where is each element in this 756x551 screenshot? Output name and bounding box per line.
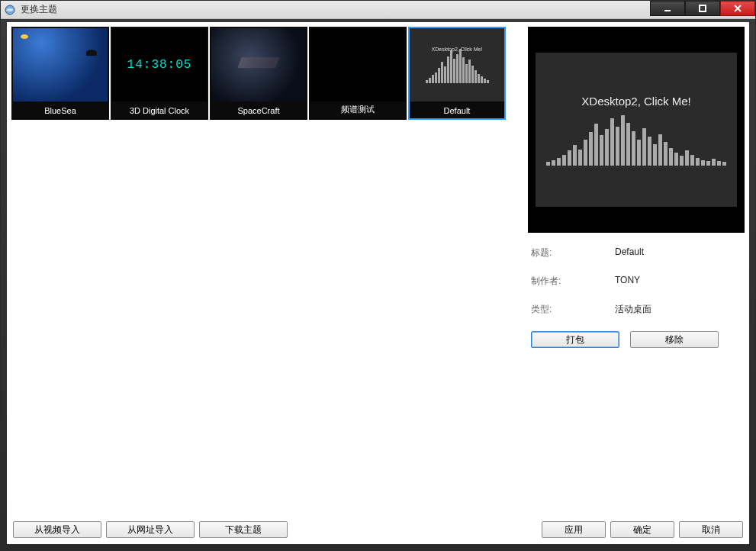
theme-tile-bluesea[interactable]: BlueSea — [11, 27, 109, 120]
preview-inner: XDesktop2, Click Me! — [536, 53, 737, 207]
client-area: BlueSea 14:38:05 3D Digital Clock SpaceC… — [7, 22, 749, 544]
theme-label: 频谱测试 — [310, 104, 405, 115]
preview-title: XDesktop2, Click Me! — [581, 95, 690, 108]
info-row-title: 标题: Default — [531, 246, 742, 259]
app-icon — [4, 4, 16, 16]
svg-rect-2 — [700, 5, 706, 11]
upper-row: BlueSea 14:38:05 3D Digital Clock SpaceC… — [11, 27, 745, 517]
info-label: 制作者: — [531, 275, 615, 288]
side-panel: XDesktop2, Click Me! — [528, 27, 745, 517]
info-value-author: TONY — [615, 275, 640, 288]
info-panel: 标题: Default 制作者: TONY 类型: 活动桌面 打包 移除 — [528, 233, 745, 348]
maximize-button[interactable] — [685, 1, 720, 16]
preview-area: XDesktop2, Click Me! — [528, 27, 745, 233]
theme-tile-clock[interactable]: 14:38:05 3D Digital Clock — [111, 27, 208, 120]
theme-tile-default[interactable]: XDesktop2, Click Me! Default — [408, 27, 506, 120]
info-row-author: 制作者: TONY — [531, 275, 742, 288]
theme-tile-spacecraft[interactable]: SpaceCraft — [210, 27, 307, 120]
theme-thumb: 14:38:05 — [112, 28, 207, 102]
theme-thumb — [211, 28, 306, 102]
info-label: 类型: — [531, 303, 615, 316]
info-row-type: 类型: 活动桌面 — [531, 303, 742, 316]
clock-text: 14:38:05 — [127, 58, 192, 72]
theme-gallery: BlueSea 14:38:05 3D Digital Clock SpaceC… — [11, 27, 522, 517]
theme-thumb: XDesktop2, Click Me! — [410, 28, 504, 102]
titlebar: 更换主题 — [1, 1, 755, 19]
footer-right-group: 应用 确定 取消 — [542, 521, 743, 538]
theme-thumb — [310, 28, 405, 102]
info-label: 标题: — [531, 246, 615, 259]
import-video-button[interactable]: 从视频导入 — [13, 521, 101, 538]
equalizer-icon: XDesktop2, Click Me! — [419, 47, 495, 83]
package-button[interactable]: 打包 — [531, 331, 619, 348]
ok-button[interactable]: 确定 — [610, 521, 674, 538]
info-value-type: 活动桌面 — [615, 303, 651, 316]
theme-tile-spectrum[interactable]: 频谱测试 — [309, 27, 407, 120]
cancel-button[interactable]: 取消 — [679, 521, 743, 538]
theme-label: 3D Digital Clock — [112, 106, 207, 115]
footer: 从视频导入 从网址导入 下载主题 应用 确定 取消 — [11, 517, 745, 540]
info-buttons: 打包 移除 — [531, 331, 742, 348]
thumb-title: XDesktop2, Click Me! — [419, 47, 495, 52]
caption-buttons — [650, 1, 755, 16]
theme-label: BlueSea — [13, 106, 108, 115]
theme-label: SpaceCraft — [211, 106, 306, 115]
minimize-button[interactable] — [650, 1, 685, 16]
apply-button[interactable]: 应用 — [542, 521, 606, 538]
window: 更换主题 BlueSea 14:38:05 3D Digital Clock S… — [0, 0, 756, 551]
close-button[interactable] — [720, 1, 755, 16]
theme-label: Default — [410, 106, 504, 115]
download-theme-button[interactable]: 下载主题 — [199, 521, 288, 538]
theme-thumb — [13, 28, 108, 102]
equalizer-icon — [546, 112, 726, 166]
window-title: 更换主题 — [21, 3, 57, 16]
import-url-button[interactable]: 从网址导入 — [106, 521, 195, 538]
info-value-title: Default — [615, 246, 644, 259]
remove-button[interactable]: 移除 — [630, 331, 719, 348]
